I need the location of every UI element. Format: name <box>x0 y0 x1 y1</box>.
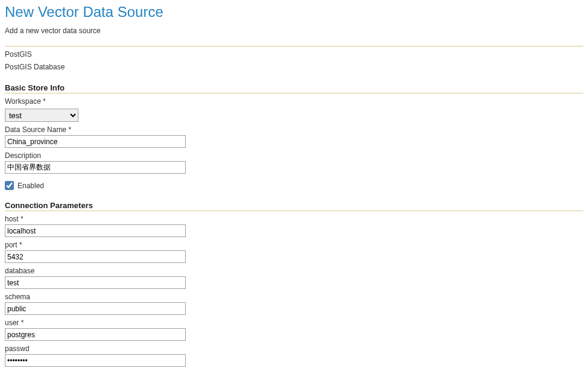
description-label: Description <box>5 151 583 160</box>
page-subtitle: Add a new vector data source <box>5 27 583 35</box>
database-input[interactable] <box>5 276 186 289</box>
user-input[interactable] <box>5 328 186 341</box>
store-type-name: PostGIS <box>5 49 583 60</box>
passwd-input[interactable] <box>5 354 186 367</box>
data-source-name-input[interactable] <box>5 135 186 148</box>
store-type-description: PostGIS Database <box>5 62 583 72</box>
divider <box>5 46 583 46</box>
enabled-checkbox[interactable] <box>5 181 14 190</box>
data-source-name-label: Data Source Name * <box>5 125 583 134</box>
passwd-label: passwd <box>5 344 583 353</box>
schema-label: schema <box>5 293 583 301</box>
workspace-select[interactable]: test <box>5 109 78 122</box>
enabled-label: Enabled <box>17 182 44 190</box>
enabled-row: Enabled <box>5 181 583 190</box>
host-label: host * <box>5 215 583 223</box>
port-input[interactable] <box>5 250 186 263</box>
workspace-label: Workspace * <box>5 97 583 106</box>
description-input[interactable] <box>5 161 186 174</box>
port-label: port * <box>5 241 583 249</box>
basic-store-info-heading: Basic Store Info <box>5 83 583 94</box>
connection-parameters-heading: Connection Parameters <box>5 201 583 211</box>
schema-input[interactable] <box>5 302 186 315</box>
user-label: user * <box>5 319 583 327</box>
database-label: database <box>5 267 583 275</box>
host-input[interactable] <box>5 224 186 237</box>
page-title: New Vector Data Source <box>5 4 583 21</box>
